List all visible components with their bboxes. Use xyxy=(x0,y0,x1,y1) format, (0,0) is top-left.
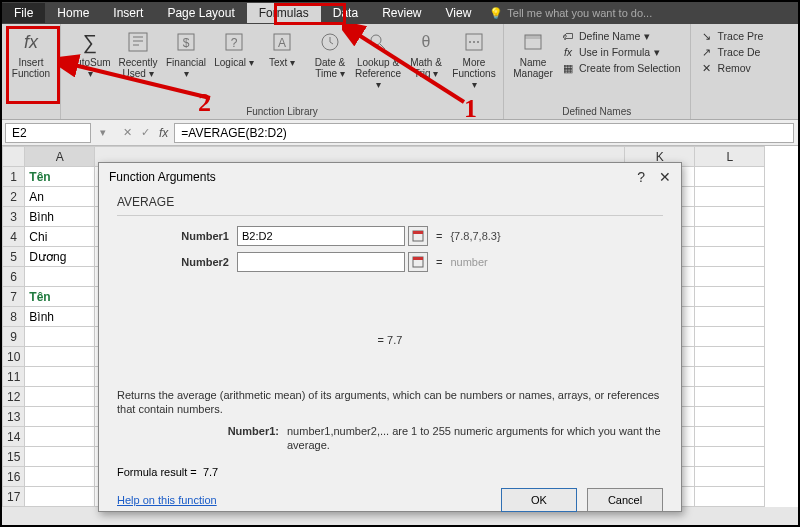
row-header[interactable]: 10 xyxy=(3,347,25,367)
cell-a2[interactable]: An xyxy=(25,187,95,207)
ribbon: fx Insert Function ∑ AutoSum ▾ Recently … xyxy=(2,24,798,120)
tab-view[interactable]: View xyxy=(434,3,484,23)
sigma-icon: ∑ xyxy=(76,29,104,55)
tab-home[interactable]: Home xyxy=(45,3,101,23)
row-header[interactable]: 1 xyxy=(3,167,25,187)
use-in-formula-button[interactable]: fxUse in Formula ▾ xyxy=(561,45,681,59)
tag-icon: 🏷 xyxy=(561,29,575,43)
date-time-button[interactable]: Date & Time ▾ xyxy=(306,27,354,81)
number1-input[interactable] xyxy=(237,226,405,246)
text-icon: A xyxy=(268,29,296,55)
autosum-label: AutoSum xyxy=(69,57,110,68)
name-box[interactable] xyxy=(5,123,91,143)
tab-insert[interactable]: Insert xyxy=(101,3,155,23)
lookup-ref-label: Lookup & Reference xyxy=(355,57,401,79)
insert-function-button[interactable]: fx Insert Function xyxy=(7,27,55,81)
trace-dep-icon: ↗ xyxy=(700,45,714,59)
row-header[interactable]: 16 xyxy=(3,467,25,487)
arg-help-label: Number1: xyxy=(117,424,287,452)
trace-de-label: Trace De xyxy=(718,46,761,58)
fx-bar-icon[interactable]: fx xyxy=(159,126,168,140)
cell-a7[interactable]: Tên xyxy=(25,287,95,307)
cancel-button[interactable]: Cancel xyxy=(587,488,663,512)
row-header[interactable]: 15 xyxy=(3,447,25,467)
theta-icon: θ xyxy=(412,29,440,55)
tell-me[interactable]: 💡 Tell me what you want to do... xyxy=(489,7,652,20)
fx-small-icon: fx xyxy=(561,45,575,59)
row-header[interactable]: 11 xyxy=(3,367,25,387)
text-button[interactable]: A Text ▾ xyxy=(258,27,306,70)
col-header-l[interactable]: L xyxy=(695,147,765,167)
logical-button[interactable]: ? Logical ▾ xyxy=(210,27,258,70)
select-all-corner[interactable] xyxy=(3,147,25,167)
row-header[interactable]: 14 xyxy=(3,427,25,447)
recently-used-button[interactable]: Recently Used ▾ xyxy=(114,27,162,81)
tab-formulas[interactable]: Formulas xyxy=(247,3,321,23)
recently-used-label: Recently Used xyxy=(119,57,158,79)
cell-a1[interactable]: Tên xyxy=(25,167,95,187)
formula-bar-row: ▾ ✕ ✓ fx xyxy=(2,120,798,146)
dialog-close-icon[interactable]: ✕ xyxy=(659,169,671,185)
name-manager-button[interactable]: Name Manager xyxy=(509,27,557,81)
row-header[interactable]: 6 xyxy=(3,267,25,287)
ok-button[interactable]: OK xyxy=(501,488,577,512)
lookup-reference-button[interactable]: Lookup & Reference ▾ xyxy=(354,27,402,92)
tab-file[interactable]: File xyxy=(2,3,45,23)
remove-arrows-button[interactable]: ✕Remov xyxy=(700,61,764,75)
col-header-a[interactable]: A xyxy=(25,147,95,167)
row-header[interactable]: 7 xyxy=(3,287,25,307)
number2-ref-button[interactable] xyxy=(408,252,428,272)
more-functions-button[interactable]: More Functions ▾ xyxy=(450,27,498,92)
define-name-button[interactable]: 🏷Define Name ▾ xyxy=(561,29,681,43)
row-header[interactable]: 13 xyxy=(3,407,25,427)
arg-help-text: number1,number2,... are 1 to 255 numeric… xyxy=(287,424,663,452)
financial-button[interactable]: $ Financial ▾ xyxy=(162,27,210,81)
cell-a5[interactable]: Dương xyxy=(25,247,95,267)
trace-precedents-button[interactable]: ↘Trace Pre xyxy=(700,29,764,43)
formula-bar[interactable] xyxy=(174,123,794,143)
more-icon xyxy=(460,29,488,55)
defined-names-label: Defined Names xyxy=(562,106,631,117)
svg-rect-18 xyxy=(413,257,423,260)
svg-point-11 xyxy=(473,41,475,43)
number2-input[interactable] xyxy=(237,252,405,272)
row-header[interactable]: 17 xyxy=(3,487,25,507)
trace-dependents-button[interactable]: ↗Trace De xyxy=(700,45,764,59)
create-from-selection-button[interactable]: ▦Create from Selection xyxy=(561,61,681,75)
cell-a8[interactable]: Bình xyxy=(25,307,95,327)
formula-result-value: 7.7 xyxy=(203,466,218,478)
number1-ref-button[interactable] xyxy=(408,226,428,246)
cell-a4[interactable]: Chi xyxy=(25,227,95,247)
row-header[interactable]: 12 xyxy=(3,387,25,407)
math-trig-button[interactable]: θ Math & Trig ▾ xyxy=(402,27,450,81)
enter-entry-icon[interactable]: ✓ xyxy=(137,125,153,141)
cell-a3[interactable]: Bình xyxy=(25,207,95,227)
remove-icon: ✕ xyxy=(700,61,714,75)
tab-data[interactable]: Data xyxy=(321,3,370,23)
more-functions-label: More Functions xyxy=(452,57,495,79)
cancel-entry-icon[interactable]: ✕ xyxy=(119,125,135,141)
group-insert-function: fx Insert Function xyxy=(2,24,61,119)
row-header[interactable]: 3 xyxy=(3,207,25,227)
cell-a6[interactable] xyxy=(25,267,95,287)
result-preview: = 7.7 xyxy=(117,334,663,346)
autosum-button[interactable]: ∑ AutoSum ▾ xyxy=(66,27,114,81)
tab-page-layout[interactable]: Page Layout xyxy=(155,3,246,23)
function-arguments-dialog: Function Arguments ? ✕ AVERAGE Number1 =… xyxy=(98,162,682,512)
row-header[interactable]: 5 xyxy=(3,247,25,267)
dialog-function-name: AVERAGE xyxy=(117,195,663,209)
namebox-dropdown-icon[interactable]: ▾ xyxy=(95,125,111,141)
recent-icon xyxy=(124,29,152,55)
function-description: Returns the average (arithmetic mean) of… xyxy=(117,388,663,416)
formula-result-label: Formula result = xyxy=(117,466,197,478)
dialog-help-icon[interactable]: ? xyxy=(637,169,645,185)
row-header[interactable]: 9 xyxy=(3,327,25,347)
tab-review[interactable]: Review xyxy=(370,3,433,23)
row-header[interactable]: 8 xyxy=(3,307,25,327)
lightbulb-icon: 💡 xyxy=(489,7,503,20)
row-header[interactable]: 2 xyxy=(3,187,25,207)
row-header[interactable]: 4 xyxy=(3,227,25,247)
menu-tabs: File Home Insert Page Layout Formulas Da… xyxy=(2,2,798,24)
help-link[interactable]: Help on this function xyxy=(117,494,217,506)
math-trig-label: Math & Trig xyxy=(410,57,442,79)
